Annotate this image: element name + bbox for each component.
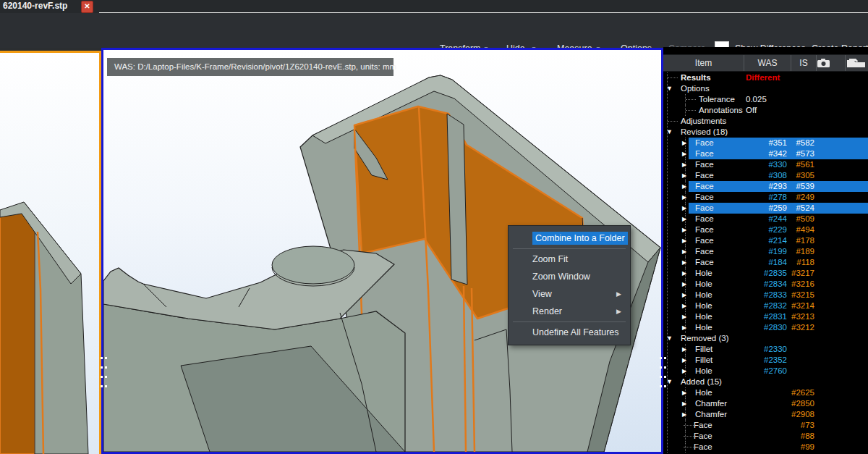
grip-dot: [660, 357, 662, 359]
tree-row-fillet[interactable]: ▶Fillet#2352: [663, 355, 868, 366]
tree-row-hole[interactable]: ▶Hole#2835#3217: [663, 268, 868, 279]
tree-row-annotations[interactable]: AnnotationsOff: [663, 105, 868, 116]
grip-dot: [664, 385, 666, 387]
tree-row-hole[interactable]: ▶Hole#2830#3212: [663, 322, 868, 333]
tree-connector: [668, 121, 678, 122]
column-header-is[interactable]: IS: [791, 55, 816, 71]
tree-row-chamfer[interactable]: ▶Chamfer#2908: [663, 409, 868, 420]
left-viewport[interactable]: [0, 51, 101, 454]
tree-item-label: Fillet: [695, 355, 712, 366]
menu-item-zoom-window[interactable]: Zoom Window: [509, 268, 630, 285]
tree-item-label: Face: [695, 235, 714, 246]
menu-item-undefine-all-features[interactable]: Undefine All Features: [509, 324, 630, 341]
tree-row-face[interactable]: Face#99: [663, 442, 868, 453]
is-id: #2908: [788, 409, 814, 420]
tree-row-face[interactable]: ▶Face#342#573: [663, 148, 868, 159]
expand-arrow-icon: ▶: [682, 257, 686, 268]
tree-connector: [686, 99, 696, 100]
expand-arrow-icon: ▶: [682, 268, 686, 279]
tree-row-face[interactable]: ▶Face#278#249: [663, 192, 868, 203]
was-id: #2330: [741, 344, 787, 355]
tree-item-value: 0.025: [746, 94, 767, 105]
was-id: #229: [741, 224, 787, 235]
tree-row-results[interactable]: ResultsDifferent: [663, 72, 868, 83]
tree-row-face[interactable]: ▶Face#199#189: [663, 246, 868, 257]
tree-row-removed-3-[interactable]: ▼Removed (3): [663, 333, 868, 344]
tree-row-hole[interactable]: ▶Hole#2625: [663, 387, 868, 398]
is-id: #3213: [788, 311, 814, 322]
menu-item-combine-into-a-folder[interactable]: Combine Into a Folder: [509, 230, 630, 247]
expand-arrow-icon: ▶: [682, 344, 686, 355]
tree-row-chamfer[interactable]: ▶Chamfer#2850: [663, 398, 868, 409]
tree-row-face[interactable]: Face#88: [663, 431, 868, 442]
tree-item-label: Face: [695, 246, 714, 257]
expand-arrow-icon: ▶: [682, 224, 686, 235]
menu-item-view[interactable]: View▶: [509, 285, 630, 303]
tree-row-face[interactable]: ▶Face#351#582: [663, 138, 868, 148]
tree-row-hole[interactable]: ▶Hole#2831#3213: [663, 311, 868, 322]
tree-row-hole[interactable]: ▶Hole#2760: [663, 366, 868, 377]
was-id: #2834: [741, 279, 787, 290]
tree-row-tolerance[interactable]: Tolerance0.025: [663, 94, 868, 105]
is-id: #73: [788, 420, 814, 431]
expand-arrow-icon: ▶: [682, 322, 686, 333]
is-id: #2850: [788, 398, 814, 409]
tree-row-face[interactable]: Face#73: [663, 420, 868, 431]
tree-row-options[interactable]: ▼Options: [663, 83, 868, 94]
was-id: #244: [741, 214, 787, 224]
tree-item-label: Added (15): [681, 377, 722, 387]
tree-item-label: Face: [695, 181, 714, 192]
folder-icon[interactable]: [845, 55, 868, 71]
is-id: #3214: [788, 300, 814, 311]
menu-item-zoom-fit[interactable]: Zoom Fit: [509, 251, 630, 268]
expand-arrow-icon: ▶: [682, 366, 686, 377]
tree-row-hole[interactable]: ▶Hole#2834#3216: [663, 279, 868, 290]
grip-dot: [105, 357, 107, 359]
expand-arrow-icon: ▶: [682, 279, 686, 290]
expand-arrow-icon: ▶: [682, 398, 686, 409]
tree-row-face[interactable]: ▶Face#259#524: [663, 203, 868, 214]
tree-row-face[interactable]: ▶Face#293#539: [663, 181, 868, 192]
tree-row-fillet[interactable]: ▶Fillet#2330: [663, 344, 868, 355]
is-id: #539: [788, 181, 814, 192]
menu-item-render[interactable]: Render▶: [509, 303, 630, 320]
right-splitter-grip[interactable]: [660, 357, 667, 390]
tree-item-label: Revised (18): [681, 127, 728, 138]
close-icon[interactable]: ✕: [81, 1, 93, 13]
was-id: #2830: [741, 322, 787, 333]
tree-row-hole[interactable]: ▶Hole#2833#3215: [663, 290, 868, 300]
expand-toggle-icon: ▼: [666, 83, 673, 94]
tree-item-label: Hole: [695, 366, 712, 377]
tree-row-face[interactable]: ▶Face#244#509: [663, 214, 868, 224]
tree-row-adjustments[interactable]: Adjustments: [663, 116, 868, 127]
tree-row-hole[interactable]: ▶Hole#2832#3214: [663, 300, 868, 311]
tree-row-face[interactable]: ▶Face#308#305: [663, 170, 868, 181]
grip-dot: [664, 376, 666, 378]
expand-arrow-icon: ▶: [682, 246, 686, 257]
document-tab[interactable]: 620140-revF.stp: [3, 1, 67, 11]
tree-row-face[interactable]: ▶Face#214#178: [663, 235, 868, 246]
was-id: #214: [741, 235, 787, 246]
was-id: #342: [741, 148, 787, 159]
tree-item-label: Hole: [695, 290, 712, 300]
tree-row-face[interactable]: ▶Face#330#561: [663, 159, 868, 170]
expand-arrow-icon: ▶: [682, 311, 686, 322]
expand-arrow-icon: ▶: [682, 159, 686, 170]
camera-icon[interactable]: [816, 55, 845, 71]
is-id: #249: [788, 192, 814, 203]
column-header-item[interactable]: Item: [663, 55, 744, 71]
tree-item-label: Tolerance: [699, 94, 735, 105]
is-id: #582: [788, 138, 814, 148]
tree-item-label: Face: [695, 257, 714, 268]
tree-row-face[interactable]: ▶Face#229#494: [663, 224, 868, 235]
is-id: #3212: [788, 322, 814, 333]
tree-row-added-15-[interactable]: ▼Added (15): [663, 377, 868, 387]
tree-row-revised-18-[interactable]: ▼Revised (18): [663, 127, 868, 138]
is-id: #494: [788, 224, 814, 235]
column-header-was[interactable]: WAS: [744, 55, 791, 71]
tree-item-label: Chamfer: [695, 398, 727, 409]
comparison-tree: ResultsDifferent▼OptionsTolerance0.025An…: [663, 72, 868, 453]
tree-item-label: Hole: [695, 311, 712, 322]
tree-row-face[interactable]: ▶Face#184#118: [663, 257, 868, 268]
left-splitter-grip[interactable]: [101, 357, 108, 390]
